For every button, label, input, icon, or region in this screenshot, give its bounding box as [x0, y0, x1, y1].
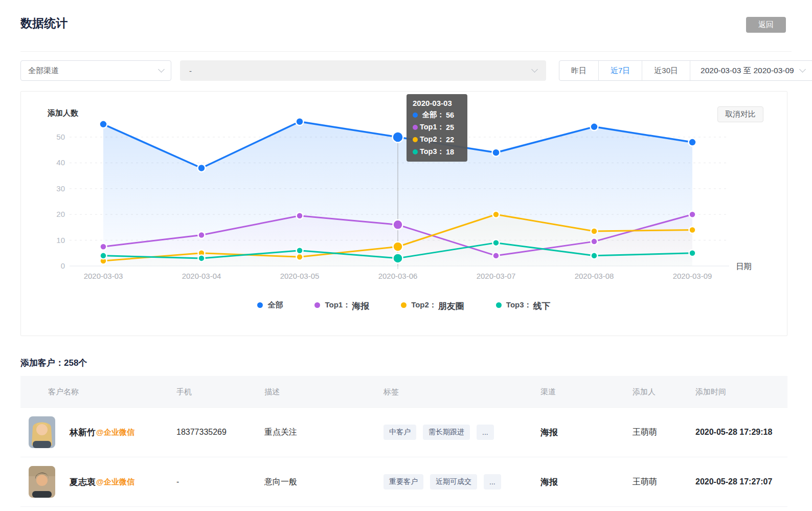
svg-text:0: 0 [61, 261, 65, 270]
customer-name-cell: 林新竹@企业微信 [20, 416, 176, 448]
series-dot-icon [413, 137, 418, 142]
chart-card: 01020304050添加人数日期2020-03-032020-03-04202… [20, 91, 787, 336]
svg-text:添加人数: 添加人数 [47, 108, 79, 117]
customer-avatar [29, 466, 55, 498]
quick-range-buttons: 昨日近7日近30日 [559, 61, 690, 80]
back-button[interactable]: 返回 [746, 17, 786, 33]
chevron-down-icon [531, 66, 538, 73]
legend-channel-name: 朋友圈 [438, 300, 464, 312]
series-dot-icon [413, 125, 418, 130]
legend-label: Top2： [411, 300, 437, 310]
tag: 需长期跟进 [423, 425, 470, 440]
tooltip-row: 全部：56 [413, 110, 461, 120]
legend-dot-icon [496, 302, 502, 308]
column-header-添加时间: 添加时间 [695, 387, 787, 397]
tooltip-row: Top3：18 [413, 147, 461, 157]
channel-cell: 海报 [540, 476, 633, 488]
svg-text:20: 20 [56, 210, 65, 218]
filter-bar: 全部渠道 - 昨日近7日近30日 2020-03-03 至 2020-03-09 [20, 60, 792, 81]
chart-tooltip: 2020-03-03 全部：56Top1：25Top2：22Top3：18 [407, 94, 467, 162]
tooltip-series-value: 22 [446, 136, 454, 144]
tag: 近期可成交 [430, 474, 477, 490]
quick-range-近7日[interactable]: 近7日 [599, 61, 642, 80]
svg-text:40: 40 [56, 158, 65, 167]
column-header-添加人: 添加人 [633, 387, 695, 397]
chevron-down-icon [799, 66, 806, 73]
table-row[interactable]: 夏志衷@企业微信-意向一般重要客户近期可成交...海报王萌萌2020-05-28… [20, 457, 787, 507]
legend-item-全部[interactable]: 全部 [257, 299, 283, 311]
legend-item-朋友圈[interactable]: Top2：朋友圈 [401, 299, 464, 311]
customers-table: 客户名称手机描述标签渠道添加人添加时间 林新竹@企业微信18377335269重… [20, 376, 787, 507]
channel-cell: 海报 [540, 427, 633, 438]
svg-text:2020-03-06: 2020-03-06 [378, 272, 418, 280]
tag: 中客户 [384, 425, 416, 440]
column-header-客户名称: 客户名称 [20, 387, 176, 397]
tooltip-series-label: Top1： [418, 122, 444, 132]
tag-more[interactable]: ... [484, 474, 501, 490]
tooltip-series-label: 全部： [418, 110, 444, 120]
chart-legend: 全部Top1：海报Top2：朋友圈Top3：线下 [21, 299, 787, 311]
tag: 重要客户 [384, 474, 423, 490]
column-header-手机: 手机 [176, 387, 264, 397]
table-row[interactable]: 林新竹@企业微信18377335269重点关注中客户需长期跟进...海报王萌萌2… [20, 407, 787, 457]
date-range-group: 昨日近7日近30日 2020-03-03 至 2020-03-09 [559, 60, 812, 81]
series-dot-icon [413, 113, 418, 118]
added-time-cell: 2020-05-28 17:29:18 [695, 428, 787, 437]
legend-channel-name: 海报 [352, 300, 369, 312]
customer-name-cell: 夏志衷@企业微信 [20, 466, 176, 498]
date-range-value: 2020-03-03 至 2020-03-09 [701, 65, 794, 76]
svg-text:2020-03-09: 2020-03-09 [673, 272, 712, 280]
date-range-picker[interactable]: 2020-03-03 至 2020-03-09 [690, 61, 812, 80]
wework-badge: @企业微信 [96, 428, 134, 437]
legend-item-线下[interactable]: Top3：线下 [496, 299, 551, 311]
tooltip-series-label: Top3： [418, 147, 444, 157]
tags-cell: 中客户需长期跟进... [384, 425, 540, 440]
added-by-cell: 王萌萌 [633, 477, 695, 487]
tooltip-series-value: 25 [446, 123, 454, 131]
customer-name: 林新竹 [70, 427, 96, 438]
description-cell: 意向一般 [264, 477, 384, 487]
group-select[interactable]: - [180, 60, 546, 81]
svg-text:10: 10 [56, 236, 65, 245]
tags-cell: 重要客户近期可成交... [384, 474, 540, 490]
legend-channel-name: 线下 [533, 300, 551, 312]
legend-label: Top1： [325, 300, 350, 310]
customer-avatar [29, 416, 55, 448]
tooltip-row: Top1：25 [413, 122, 461, 132]
tooltip-series-value: 18 [446, 148, 454, 156]
quick-range-昨日[interactable]: 昨日 [559, 61, 599, 80]
legend-dot-icon [257, 302, 263, 308]
legend-dot-icon [314, 302, 320, 308]
column-header-描述: 描述 [264, 387, 384, 397]
legend-dot-icon [401, 302, 407, 308]
series-dot-icon [413, 149, 418, 154]
svg-text:2020-03-04: 2020-03-04 [182, 272, 221, 280]
svg-text:30: 30 [56, 184, 65, 193]
tooltip-series-value: 56 [446, 111, 454, 119]
page-title: 数据统计 [20, 15, 67, 31]
tag-more[interactable]: ... [477, 425, 494, 440]
legend-item-海报[interactable]: Top1：海报 [314, 299, 369, 311]
svg-text:2020-03-07: 2020-03-07 [477, 272, 516, 280]
wework-badge: @企业微信 [96, 477, 134, 487]
tooltip-date: 2020-03-03 [413, 99, 461, 107]
legend-label: Top3： [506, 300, 532, 310]
table-header: 客户名称手机描述标签渠道添加人添加时间 [20, 376, 787, 408]
svg-text:2020-03-03: 2020-03-03 [84, 272, 123, 280]
added-time-cell: 2020-05-28 17:27:07 [695, 477, 787, 486]
quick-range-近30日[interactable]: 近30日 [642, 61, 690, 80]
customer-name: 夏志衷 [70, 476, 96, 488]
channel-select[interactable]: 全部渠道 [20, 60, 171, 81]
svg-text:日期: 日期 [736, 262, 752, 271]
chevron-down-icon [158, 66, 165, 73]
added-customers-summary: 添加客户：258个 [20, 357, 87, 369]
column-header-渠道: 渠道 [540, 387, 633, 397]
svg-text:2020-03-08: 2020-03-08 [575, 272, 614, 280]
cancel-compare-button[interactable]: 取消对比 [717, 106, 763, 122]
phone-cell: 18377335269 [176, 428, 264, 437]
tooltip-series-label: Top2： [418, 135, 444, 144]
description-cell: 重点关注 [264, 427, 384, 438]
line-chart[interactable]: 01020304050添加人数日期2020-03-032020-03-04202… [21, 92, 787, 297]
legend-label: 全部 [267, 300, 283, 310]
header-divider [20, 51, 792, 52]
